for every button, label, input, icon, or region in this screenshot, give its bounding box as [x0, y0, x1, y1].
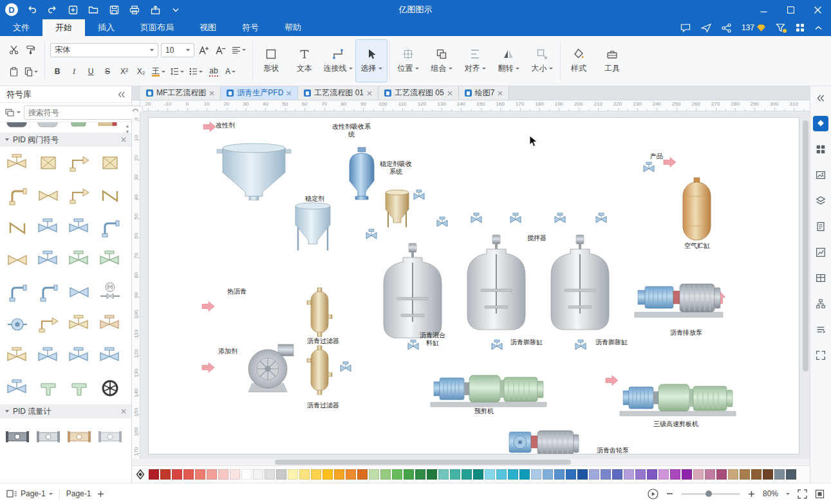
bold-button[interactable]: B — [50, 64, 64, 79]
minimize-button[interactable] — [750, 0, 777, 19]
corner-valve-symbol[interactable] — [2, 179, 33, 211]
spell-check-button[interactable]: ab — [207, 64, 221, 79]
export-button[interactable] — [148, 3, 162, 17]
close-section-icon[interactable] — [121, 409, 126, 414]
label-pre-shear[interactable]: 预剪机 — [474, 407, 494, 415]
color-swatch[interactable] — [195, 469, 205, 480]
label-hot-asphalt[interactable]: 热沥青 — [227, 288, 247, 295]
color-swatch[interactable] — [543, 469, 553, 480]
color-swatch[interactable] — [751, 469, 761, 480]
cross-valve-symbol[interactable] — [33, 147, 64, 179]
flowmeter-symbol[interactable] — [33, 418, 64, 454]
doc-tab-drawing-7[interactable]: 绘图7 — [459, 86, 510, 100]
cut-button[interactable] — [6, 43, 21, 57]
flowmeter-symbol[interactable] — [2, 418, 33, 454]
label-air-tank[interactable]: 空气贮缸 — [684, 242, 710, 250]
color-swatch[interactable] — [346, 469, 356, 480]
tools-button[interactable]: 工具 — [596, 39, 628, 82]
close-tab-icon[interactable] — [447, 91, 453, 96]
zoom-slider[interactable] — [681, 493, 740, 495]
theme-color-icon[interactable] — [136, 469, 145, 480]
new-document-button[interactable] — [66, 3, 80, 17]
canvas[interactable]: 改性剂 改性剂吸收系统 稳定剂吸收系统 稳定剂 搅拌器 热沥青 沥青过滤器 添加… — [140, 111, 810, 459]
cross-valve-symbol[interactable] — [95, 147, 126, 179]
color-swatch[interactable] — [508, 469, 518, 480]
increase-font-button[interactable] — [197, 43, 211, 57]
color-swatch[interactable] — [774, 469, 785, 480]
connector-button[interactable]: 连接线 — [322, 39, 354, 82]
zoom-in-button[interactable] — [748, 490, 755, 498]
tee-fitting-symbol[interactable] — [33, 372, 64, 404]
zoom-slider-thumb[interactable] — [705, 490, 712, 497]
symbols-panel-icon[interactable] — [813, 142, 828, 157]
color-swatch[interactable] — [311, 469, 321, 480]
color-swatch[interactable] — [415, 469, 425, 480]
gate-valve-symbol[interactable] — [95, 243, 126, 275]
print-button[interactable] — [127, 3, 142, 17]
zigzag-valve-symbol[interactable] — [2, 211, 33, 243]
layers-panel-icon[interactable] — [813, 193, 828, 209]
undo-button[interactable] — [24, 3, 39, 17]
select-tool-button[interactable]: 选择 — [355, 39, 387, 82]
color-swatch[interactable] — [183, 469, 194, 480]
color-swatch[interactable] — [485, 469, 495, 480]
label-discharge-pump[interactable]: 沥青排放泵 — [670, 329, 702, 337]
gate-valve-symbol[interactable] — [95, 340, 126, 372]
section-header-valves[interactable]: PID 阀门符号 — [0, 133, 131, 147]
redo-button[interactable] — [45, 3, 59, 17]
clipboard-button[interactable] — [6, 64, 21, 79]
color-swatch[interactable] — [786, 469, 796, 480]
tee-fitting-symbol[interactable] — [64, 372, 95, 404]
color-swatch[interactable] — [392, 469, 402, 480]
flowmeter-symbol[interactable] — [64, 418, 95, 454]
color-swatch[interactable] — [624, 469, 634, 480]
points-badge[interactable]: 137 — [742, 23, 765, 32]
label-filter-1[interactable]: 沥青过滤器 — [307, 337, 339, 345]
doc-tab-process-01[interactable]: 工艺流程图 01 — [298, 86, 378, 100]
color-swatch[interactable] — [705, 469, 715, 480]
label-mix-tank[interactable]: 沥青混合料缸 — [418, 331, 447, 347]
maximize-button[interactable] — [777, 0, 804, 19]
org-panel-icon[interactable] — [813, 296, 828, 312]
page[interactable]: 改性剂 改性剂吸收系统 稳定剂吸收系统 稳定剂 搅拌器 热沥青 沥青过滤器 添加… — [148, 117, 799, 454]
flip-button[interactable]: 翻转 — [492, 39, 525, 82]
color-swatch[interactable] — [728, 469, 738, 480]
stencil-menu-icon[interactable] — [5, 108, 21, 117]
zoom-out-button[interactable] — [666, 492, 673, 495]
color-swatch[interactable] — [265, 469, 275, 480]
gate-valve-symbol[interactable] — [2, 340, 33, 372]
color-swatch[interactable] — [566, 469, 576, 480]
menu-view[interactable]: 视图 — [187, 19, 229, 36]
zoom-dropdown-icon[interactable] — [786, 493, 790, 495]
decrease-font-button[interactable] — [214, 43, 228, 57]
color-swatch[interactable] — [380, 469, 391, 480]
corner-valve-symbol[interactable] — [33, 275, 64, 308]
color-swatch[interactable] — [601, 469, 611, 480]
gate-valve-symbol[interactable] — [33, 211, 64, 243]
page-selector[interactable]: Page-1 — [6, 489, 53, 498]
position-button[interactable]: 位置 — [392, 39, 424, 82]
text-style-button[interactable]: A — [223, 64, 238, 79]
menu-help[interactable]: 帮助 — [272, 19, 314, 36]
color-swatch[interactable] — [682, 469, 692, 480]
connector-panel-icon[interactable] — [813, 322, 828, 337]
add-page-button[interactable] — [97, 490, 104, 498]
gate-valve-symbol[interactable] — [64, 211, 95, 243]
image-panel-icon[interactable] — [813, 167, 828, 183]
color-swatch[interactable] — [253, 469, 263, 480]
label-gear-pump[interactable]: 沥青齿轮泵 — [597, 447, 629, 454]
color-swatch[interactable] — [241, 469, 252, 480]
label-stabilizer-absorb[interactable]: 稳定剂吸收系统 — [378, 160, 413, 176]
style-button[interactable]: 样式 — [563, 39, 595, 82]
italic-button[interactable]: I — [67, 64, 81, 79]
corner-valve-symbol[interactable] — [95, 211, 126, 243]
color-swatch[interactable] — [276, 469, 286, 480]
menu-insert[interactable]: 插入 — [85, 19, 127, 36]
expand-panel-icon[interactable] — [813, 348, 828, 363]
label-product[interactable]: 产品 — [650, 153, 663, 160]
search-input[interactable] — [24, 106, 143, 120]
bullet-list-button[interactable] — [188, 64, 204, 79]
angle-valve-symbol[interactable] — [64, 147, 95, 179]
notes-panel-icon[interactable] — [813, 219, 828, 234]
horizontal-scrollbar-thumb[interactable] — [275, 460, 571, 465]
